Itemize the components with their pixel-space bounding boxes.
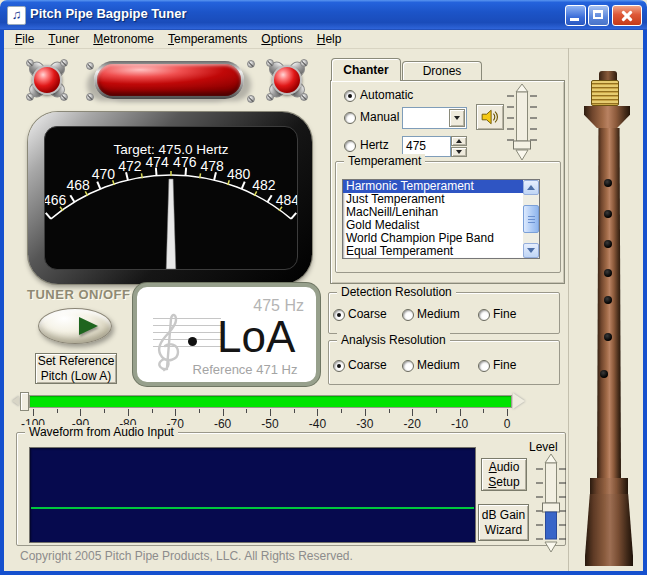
detection-resolution-label: Detection Resolution xyxy=(337,285,456,299)
pitch-slider-thumb[interactable] xyxy=(514,141,531,149)
tuner-onoff-button[interactable] xyxy=(38,308,112,344)
scrollbar-down-button[interactable] xyxy=(523,243,539,258)
hertz-spin-down-button[interactable] xyxy=(451,147,467,157)
red-led-light xyxy=(32,65,62,95)
audio-setup-button[interactable]: Audio Setup xyxy=(481,458,527,491)
waveform-group-label: Waveform from Audio Input xyxy=(25,425,178,439)
temperament-option[interactable]: Harmonic Temperament xyxy=(343,180,524,193)
set-reference-label-line2: Pitch (Low A) xyxy=(41,369,112,384)
scale-tick xyxy=(365,409,366,416)
temperament-group-label: Temperament xyxy=(344,154,425,168)
left-led-indicator xyxy=(24,57,70,103)
scale-tick xyxy=(128,409,129,416)
radio-hertz-label[interactable]: Hertz xyxy=(360,138,389,152)
signal-bar-right-arrow-icon[interactable] xyxy=(513,393,525,409)
tab-drones[interactable]: Drones xyxy=(402,61,482,81)
chanter-bell xyxy=(585,494,633,566)
pitch-slider[interactable] xyxy=(507,83,537,161)
signal-level-bar[interactable] xyxy=(29,395,512,408)
radio-detection-fine[interactable] xyxy=(478,309,490,321)
maximize-icon[interactable] xyxy=(588,5,609,26)
scale-label: -50 xyxy=(252,417,288,431)
scale-minor-tick xyxy=(246,409,247,413)
scrollbar-thumb[interactable] xyxy=(523,205,539,233)
temperament-option[interactable]: MacNeill/Lenihan xyxy=(343,206,524,219)
scale-minor-tick xyxy=(104,409,105,413)
db-gain-label-line2: Wizard xyxy=(485,523,522,538)
scale-minor-tick xyxy=(341,409,342,413)
menu-item-tuner[interactable]: Tuner xyxy=(41,30,86,49)
radio-automatic-label[interactable]: Automatic xyxy=(360,88,413,102)
title-bar[interactable]: ♫ Pitch Pipe Bagpipe Tuner xyxy=(0,0,647,30)
scale-minor-tick xyxy=(152,409,153,413)
menu-item-temperaments[interactable]: Temperaments xyxy=(161,30,254,49)
minimize-icon[interactable] xyxy=(565,5,586,26)
radio-manual[interactable] xyxy=(344,112,356,124)
menu-item-help[interactable]: Help xyxy=(310,30,349,49)
scale-minor-tick xyxy=(199,409,200,413)
db-gain-wizard-button[interactable]: dB Gain Wizard xyxy=(478,504,529,541)
audio-setup-label-line2: Setup xyxy=(488,475,519,490)
db-gain-label-line1: dB Gain xyxy=(482,508,525,523)
combobox-dropdown-button[interactable] xyxy=(449,109,465,127)
signal-bar-left-arrow-icon[interactable] xyxy=(12,396,19,406)
menu-item-file[interactable]: File xyxy=(8,30,41,49)
window-title: Pitch Pipe Bagpipe Tuner xyxy=(30,6,187,21)
note-name: LoA xyxy=(217,315,295,359)
scale-tick xyxy=(33,409,34,416)
radio-analysis-coarse-label[interactable]: Coarse xyxy=(348,358,387,372)
radio-detection-coarse[interactable] xyxy=(333,309,345,321)
temperament-option[interactable]: Gold Medalist xyxy=(343,219,524,232)
play-note-button[interactable] xyxy=(476,104,504,130)
audio-setup-label-line1: Audio xyxy=(489,460,520,475)
scale-minor-tick xyxy=(294,409,295,413)
radio-detection-medium[interactable] xyxy=(402,309,414,321)
menu-item-options[interactable]: Options xyxy=(254,30,309,49)
set-reference-label-line1: Set Reference xyxy=(38,354,115,369)
window-border xyxy=(0,30,4,575)
scale-tick xyxy=(412,409,413,416)
gauge-tick-label: 472 xyxy=(118,158,142,174)
analysis-resolution-label: Analysis Resolution xyxy=(337,333,450,347)
radio-hertz[interactable] xyxy=(344,140,356,152)
temperament-option[interactable]: Equal Temperament xyxy=(343,245,524,258)
window-border xyxy=(0,571,647,575)
radio-analysis-coarse[interactable] xyxy=(333,360,345,372)
menu-bar: FileTunerMetronomeTemperamentsOptionsHel… xyxy=(4,30,643,49)
tuner-onoff-label: TUNER ON/OFF xyxy=(27,287,131,302)
radio-manual-label[interactable]: Manual xyxy=(360,110,399,124)
chanter-collar xyxy=(584,106,630,128)
radio-detection-fine-label[interactable]: Fine xyxy=(493,307,516,321)
menu-item-metronome[interactable]: Metronome xyxy=(86,30,161,49)
scale-minor-tick xyxy=(57,409,58,413)
chanter-brass-thread xyxy=(591,80,619,106)
manual-note-combobox[interactable] xyxy=(402,107,467,129)
close-icon[interactable] xyxy=(612,5,642,26)
app-window: ♫ Pitch Pipe Bagpipe Tuner FileTunerMetr… xyxy=(0,0,647,575)
temperament-scrollbar[interactable] xyxy=(523,180,539,258)
speaker-icon xyxy=(481,108,499,126)
temperament-option[interactable]: Just Temperament xyxy=(343,193,524,206)
scrollbar-up-button[interactable] xyxy=(523,180,539,195)
radio-automatic[interactable] xyxy=(344,90,356,102)
radio-analysis-fine[interactable] xyxy=(478,360,490,372)
radio-analysis-medium[interactable] xyxy=(402,360,414,372)
level-label: Level xyxy=(529,440,558,454)
scale-tick xyxy=(175,409,176,416)
scale-label: -10 xyxy=(442,417,478,431)
waveform-trace xyxy=(31,507,474,509)
tab-chanter[interactable]: Chanter xyxy=(331,58,401,81)
radio-detection-medium-label[interactable]: Medium xyxy=(417,307,460,321)
radio-analysis-fine-label[interactable]: Fine xyxy=(493,358,516,372)
gauge-tick-label: 484 xyxy=(276,192,297,208)
radio-detection-coarse-label[interactable]: Coarse xyxy=(348,307,387,321)
temperament-option[interactable]: World Champion Pipe Band xyxy=(343,232,524,245)
hertz-spin-up-button[interactable] xyxy=(451,136,467,146)
scale-tick xyxy=(223,409,224,416)
set-reference-pitch-button[interactable]: Set Reference Pitch (Low A) xyxy=(35,353,117,384)
level-slider[interactable] xyxy=(536,453,566,553)
radio-analysis-medium-label[interactable]: Medium xyxy=(417,358,460,372)
temperament-listbox[interactable]: Harmonic TemperamentJust TemperamentMacN… xyxy=(342,179,540,259)
gauge-tick-label: 478 xyxy=(200,158,224,174)
level-slider-thumb[interactable] xyxy=(543,503,560,512)
